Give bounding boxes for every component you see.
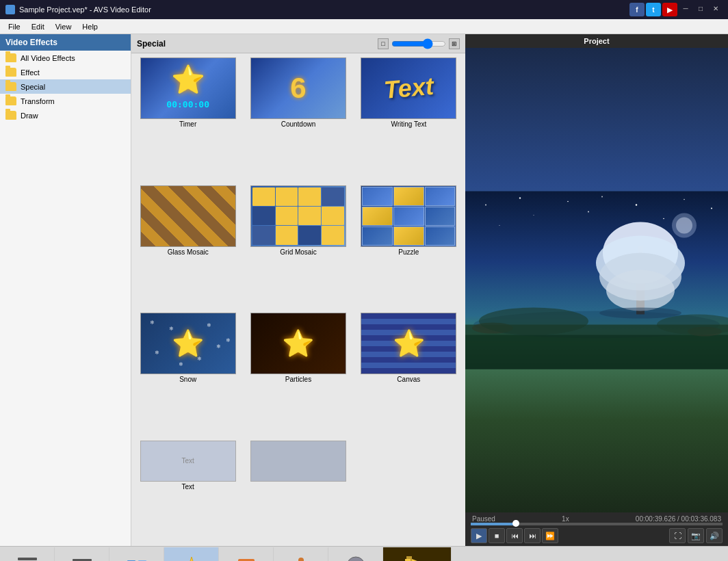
projects-icon — [15, 553, 40, 561]
svg-point-9 — [588, 211, 589, 213]
status-info: Paused 1x 00:00:39.626 / 00:03:36.083 — [471, 515, 723, 523]
effects-header: Special □ ⊞ — [131, 34, 465, 53]
folder-icon — [5, 68, 16, 77]
sidebar-item-special[interactable]: Special — [0, 79, 131, 94]
play-button[interactable]: ▶ — [471, 528, 487, 543]
effects-panel: Special □ ⊞ ⭐ 00:00:00 Timer — [131, 34, 465, 546]
volume-button[interactable]: 🔊 — [706, 528, 723, 543]
effect-item-grid-mosaic[interactable]: Grid Mosaic — [244, 184, 352, 309]
tool-media-library[interactable]: Media Library — [55, 547, 109, 562]
preview-video — [465, 48, 728, 512]
menu-help[interactable]: Help — [77, 21, 103, 32]
tool-voice[interactable]: Voice — [274, 547, 328, 562]
effect-item-more2[interactable] — [244, 439, 352, 544]
effect-item-writing-text[interactable]: Text Writing Text — [355, 56, 463, 181]
effect-label-glass-mosaic: Glass Mosaic — [168, 248, 209, 256]
preview-header: Project — [465, 34, 728, 48]
folder-icon — [5, 96, 16, 105]
effect-label-countdown: Countdown — [281, 120, 316, 128]
playback-status: Paused — [472, 515, 495, 523]
effect-item-puzzle[interactable]: Puzzle — [355, 184, 463, 309]
text-icon: T — [234, 553, 259, 561]
svg-marker-48 — [406, 556, 412, 561]
menu-file[interactable]: File — [3, 21, 26, 32]
svg-point-3 — [567, 201, 569, 203]
svg-point-26 — [479, 308, 588, 335]
menu-view[interactable]: View — [50, 21, 77, 32]
effect-thumb-particles: ⭐ — [250, 313, 346, 374]
toolbar: Projects Media Library Transitions — [0, 546, 728, 561]
next-frame-button[interactable]: ⏭ — [524, 528, 541, 543]
transport-controls: ▶ ■ ⏮ ⏭ ⏩ — [471, 528, 558, 543]
progress-thumb[interactable] — [512, 520, 519, 527]
effect-item-particles[interactable]: ⭐ Particles — [244, 311, 352, 436]
svg-point-23 — [599, 308, 681, 319]
youtube-btn[interactable]: ▶ — [662, 3, 677, 16]
effect-thumb-canvas: ⭐ — [361, 313, 456, 374]
size-slider[interactable] — [391, 38, 446, 49]
effect-thumb-puzzle — [361, 185, 456, 247]
svg-point-2 — [519, 197, 521, 198]
svg-marker-37 — [183, 557, 200, 561]
folder-icon — [5, 82, 16, 91]
playback-controls: ▶ ■ ⏮ ⏭ ⏩ ⛶ 📷 🔊 — [471, 528, 723, 543]
effect-item-glass-mosaic[interactable]: Glass Mosaic — [134, 184, 242, 309]
produce-icon — [405, 553, 430, 561]
playback-bar — [471, 523, 723, 525]
minimize-button[interactable]: ─ — [679, 3, 692, 14]
effect-label-writing-text: Writing Text — [391, 120, 426, 128]
effect-label-more1: Text — [181, 483, 194, 491]
facebook-btn[interactable]: f — [629, 3, 645, 16]
effect-thumb-writing-text: Text — [361, 57, 456, 119]
svg-point-5 — [636, 204, 637, 205]
sidebar-label-all: All Video Effects — [21, 54, 75, 62]
svg-point-10 — [663, 218, 664, 220]
sidebar-item-effect[interactable]: Effect — [0, 65, 131, 79]
sidebar-label-effect: Effect — [21, 68, 40, 77]
tool-produce[interactable]: Produce... — [383, 547, 452, 562]
effect-thumb-grid-mosaic — [250, 185, 346, 247]
main-area: Video Effects All Video Effects Effect S… — [0, 34, 728, 546]
tool-projects[interactable]: Projects — [0, 547, 55, 562]
svg-point-1 — [485, 205, 486, 206]
tool-transitions[interactable]: Transitions — [109, 547, 164, 562]
fullscreen-button[interactable]: ⛶ — [669, 528, 686, 543]
effect-item-timer[interactable]: ⭐ 00:00:00 Timer — [134, 56, 242, 181]
tool-text[interactable]: T Text — [219, 547, 274, 562]
stop-button[interactable]: ■ — [489, 528, 505, 543]
effect-item-more1[interactable]: Text Text — [134, 439, 242, 544]
transitions-icon — [125, 553, 149, 561]
maximize-button[interactable]: □ — [694, 3, 707, 14]
fast-forward-button[interactable]: ⏩ — [542, 528, 558, 543]
tool-video-effects[interactable]: Video Effects — [164, 547, 219, 562]
menu-edit[interactable]: Edit — [26, 21, 50, 32]
menu-bar: File Edit View Help — [0, 19, 728, 34]
sidebar-item-draw[interactable]: Draw — [0, 108, 131, 122]
sidebar-label-transform: Transform — [21, 97, 55, 105]
grid-view-btn[interactable]: ⊞ — [449, 38, 460, 49]
svg-point-8 — [533, 215, 534, 216]
effects-panel-title: Special — [137, 39, 372, 49]
effect-item-countdown[interactable]: 6 Countdown — [244, 56, 352, 181]
effect-item-canvas[interactable]: ⭐ Canvas — [355, 311, 463, 436]
prev-frame-button[interactable]: ⏮ — [506, 528, 523, 543]
tool-disc-menu[interactable]: Disc Menu — [328, 547, 383, 562]
sidebar-item-transform[interactable]: Transform — [0, 94, 131, 108]
progress-bar[interactable] — [471, 523, 723, 525]
sidebar-item-all[interactable]: All Video Effects — [0, 51, 131, 65]
window-title: Sample Project.vep* - AVS Video Editor — [19, 5, 151, 14]
media-library-icon — [70, 553, 94, 561]
effect-item-snow[interactable]: ⭐ ❄ ❄ ❄ ❄ ❄ ❄ ❄ ❄ Snow — [134, 311, 242, 436]
folder-icon — [5, 53, 16, 62]
effect-label-particles: Particles — [285, 376, 311, 383]
effect-thumb-glass-mosaic — [140, 185, 236, 247]
svg-point-43 — [347, 557, 365, 561]
twitter-btn[interactable]: t — [646, 3, 661, 16]
effect-thumb-more1: Text — [140, 441, 236, 482]
effects-grid: ⭐ 00:00:00 Timer 6 Countdown — [131, 53, 465, 546]
sidebar-label-draw: Draw — [21, 112, 38, 120]
effect-label-puzzle: Puzzle — [398, 248, 419, 256]
close-button[interactable]: ✕ — [709, 3, 723, 14]
header-checkbox[interactable]: □ — [378, 38, 389, 49]
snapshot-button[interactable]: 📷 — [688, 528, 704, 543]
